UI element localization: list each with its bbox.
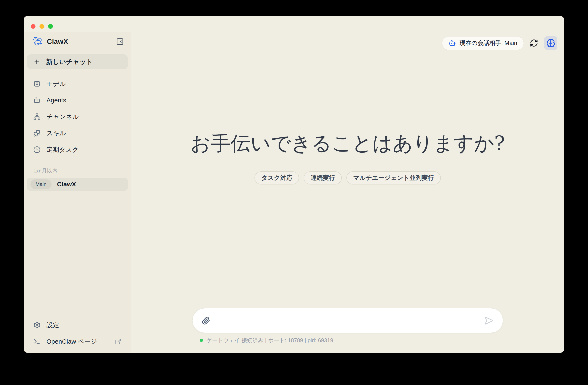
chat-list-item-main-clawx[interactable]: Main ClawX <box>27 178 128 191</box>
send-icon <box>484 316 494 325</box>
terminal-icon <box>33 338 41 345</box>
sidebar-item-models[interactable]: モデル <box>27 76 128 92</box>
sidebar-item-label: 定期タスク <box>46 145 79 154</box>
new-chat-button[interactable]: 新しいチャット <box>27 54 128 69</box>
bot-icon <box>33 97 41 104</box>
chat-title: ClawX <box>57 181 76 188</box>
sidebar-item-skills[interactable]: スキル <box>27 125 128 142</box>
hero-section: お手伝いできることはありますか? タスク対応 連続実行 マルチエージェント並列実… <box>131 131 564 184</box>
settings-label: 設定 <box>46 321 59 329</box>
openclaw-page-link[interactable]: OpenClaw ページ <box>27 333 128 350</box>
clawx-logo-icon <box>32 36 43 47</box>
sidebar-item-label: Agents <box>46 97 66 104</box>
traffic-lights <box>31 24 53 29</box>
suggestion-task-support[interactable]: タスク対応 <box>254 171 299 184</box>
clock-icon <box>33 146 41 153</box>
bot-icon <box>449 40 456 47</box>
sidebar-header: ClawX <box>24 32 131 51</box>
connected-dot-icon <box>200 339 203 342</box>
app-window: ClawX 新しいチャット <box>24 16 564 353</box>
sidebar: ClawX 新しいチャット <box>24 32 131 353</box>
message-input[interactable] <box>217 317 478 324</box>
network-icon <box>33 113 41 120</box>
plus-icon <box>33 59 40 65</box>
close-button[interactable] <box>31 24 36 29</box>
attach-button[interactable] <box>202 316 210 325</box>
hero-greeting: お手伝いできることはありますか? <box>131 131 564 155</box>
chat-main-area: 現在の会話相手: Main お手伝いできることはありますか? タスク対応 連続実… <box>131 32 564 353</box>
paperclip-icon <box>202 316 210 325</box>
brain-button[interactable] <box>544 36 557 50</box>
suggestion-pills: タスク対応 連続実行 マルチエージェント並列実行 <box>131 171 564 184</box>
refresh-button[interactable] <box>530 39 538 47</box>
gear-icon <box>33 322 41 329</box>
title-bar <box>24 16 564 32</box>
suggestion-multi-agent[interactable]: マルチエージェント並列実行 <box>346 171 441 184</box>
history-section-label: 1か月以内 <box>24 167 131 174</box>
send-button[interactable] <box>484 316 494 325</box>
sidebar-item-label: モデル <box>46 80 66 88</box>
external-link-icon <box>115 338 121 345</box>
sidebar-item-label: チャンネル <box>46 113 79 121</box>
sidebar-collapse-button[interactable] <box>115 37 125 46</box>
current-partner-badge[interactable]: 現在の会話相手: Main <box>442 36 524 50</box>
sidebar-item-agents[interactable]: Agents <box>27 92 128 108</box>
message-composer <box>192 308 503 333</box>
gateway-status: ゲートウェイ 接続済み | ポート: 18789 | pid: 69319 <box>200 337 333 344</box>
cpu-icon <box>33 80 41 87</box>
chat-agent-badge: Main <box>30 180 52 189</box>
brain-icon <box>546 39 555 47</box>
sidebar-nav: モデル Agents チャンネル <box>24 76 131 158</box>
current-partner-label: 現在の会話相手: Main <box>460 39 517 47</box>
app-title: ClawX <box>47 38 68 46</box>
zoom-button[interactable] <box>48 24 53 29</box>
openclaw-page-label: OpenClaw ページ <box>46 337 97 346</box>
sidebar-item-label: スキル <box>46 129 66 138</box>
refresh-icon <box>530 39 538 47</box>
desktop-background: ClawX 新しいチャット <box>0 0 588 385</box>
sidebar-item-scheduled-tasks[interactable]: 定期タスク <box>27 142 128 158</box>
panel-left-close-icon <box>116 38 124 45</box>
new-chat-label: 新しいチャット <box>46 57 93 66</box>
main-header: 現在の会話相手: Main <box>442 36 557 50</box>
sidebar-footer: 設定 OpenClaw ページ <box>24 317 131 353</box>
suggestion-continuous-run[interactable]: 連続実行 <box>304 171 342 184</box>
settings-button[interactable]: 設定 <box>27 317 128 333</box>
gateway-status-text: ゲートウェイ 接続済み | ポート: 18789 | pid: 69319 <box>206 337 333 344</box>
puzzle-icon <box>33 130 41 137</box>
sidebar-item-channels[interactable]: チャンネル <box>27 108 128 125</box>
minimize-button[interactable] <box>40 24 44 29</box>
